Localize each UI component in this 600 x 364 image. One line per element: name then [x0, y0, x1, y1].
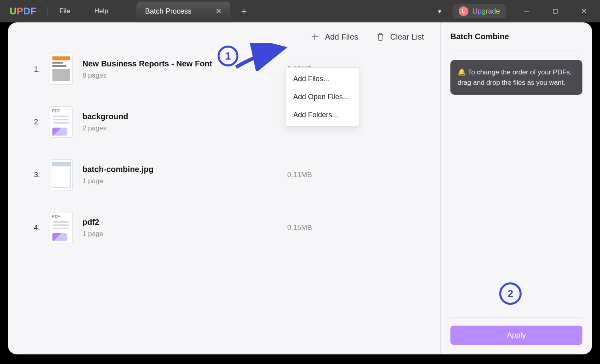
sidebar: Batch Combine 🔔 To change the order of y… [440, 22, 592, 354]
new-tab-button[interactable]: ＋ [239, 5, 249, 18]
annotation-arrow-icon [232, 43, 292, 71]
plus-icon [310, 32, 319, 41]
file-thumbnail [50, 159, 73, 190]
dropdown-add-open-files[interactable]: Add Open Files... [286, 88, 359, 106]
minimize-button[interactable] [518, 3, 535, 19]
add-files-button[interactable]: Add Files [310, 32, 358, 42]
file-pages: 1 page [82, 230, 254, 238]
apply-button[interactable]: Apply [450, 326, 582, 345]
avatar: L [459, 6, 468, 16]
menu-file[interactable]: File [59, 7, 70, 15]
close-window-button[interactable] [575, 3, 593, 19]
file-list: 1. New Business Reports - New Font 8 pag… [20, 46, 428, 273]
row-index: 2. [32, 118, 40, 126]
dropdown-add-files[interactable]: Add Files... [286, 70, 359, 88]
main-panel: Add Files Clear List 1. New Business Rep… [8, 22, 440, 354]
file-name: batch-combine.jpg [82, 165, 254, 174]
file-size: 0.15MB [264, 224, 312, 232]
file-size: 0.11MB [264, 171, 312, 179]
upgrade-button[interactable]: L Upgrade [452, 4, 506, 18]
file-pages: 1 page [82, 177, 254, 185]
file-thumbnail [50, 106, 73, 138]
tab-batch-process[interactable]: Batch Process ✕ [136, 2, 230, 21]
sidebar-title: Batch Combine [450, 32, 582, 50]
add-files-dropdown: Add Files... Add Open Files... Add Folde… [286, 67, 359, 127]
svg-rect-1 [553, 9, 557, 13]
clear-list-button[interactable]: Clear List [376, 32, 424, 42]
file-thumbnail [50, 212, 73, 243]
divider [48, 6, 48, 16]
row-index: 3. [32, 171, 40, 179]
list-item[interactable]: 4. pdf2 1 page 0.15MB [32, 212, 416, 243]
titlebar: UPDF File Help Batch Process ✕ ＋ ▾ L Upg… [0, 0, 600, 22]
add-files-label: Add Files [325, 32, 358, 42]
file-pages: 8 pages [82, 72, 254, 80]
menu-help[interactable]: Help [94, 7, 108, 15]
dropdown-add-folders[interactable]: Add Folders... [286, 106, 359, 124]
app-logo: UPDF [10, 6, 36, 17]
tab-strip: Batch Process ✕ ＋ [136, 2, 249, 21]
close-tab-icon[interactable]: ✕ [216, 7, 222, 16]
file-name: pdf2 [82, 218, 254, 227]
upgrade-label: Upgrade [472, 7, 500, 16]
maximize-button[interactable] [546, 3, 564, 19]
file-name: background [82, 112, 254, 121]
sidebar-tip: 🔔 To change the order of your PDFs, drag… [450, 60, 582, 95]
row-index: 1. [32, 65, 40, 74]
file-pages: 2 pages [82, 124, 254, 132]
file-toolbar: Add Files Clear List [20, 22, 428, 46]
trash-icon [376, 32, 385, 42]
tab-label: Batch Process [145, 7, 192, 16]
clear-list-label: Clear List [390, 32, 424, 42]
annotation-callout-2: 2 [499, 282, 522, 305]
workspace: Add Files Clear List 1. New Business Rep… [8, 22, 592, 354]
list-item[interactable]: 3. batch-combine.jpg 1 page 0.11MB [32, 159, 416, 190]
chevron-down-icon[interactable]: ▾ [438, 8, 441, 15]
row-index: 4. [32, 224, 40, 232]
file-thumbnail [50, 54, 73, 85]
